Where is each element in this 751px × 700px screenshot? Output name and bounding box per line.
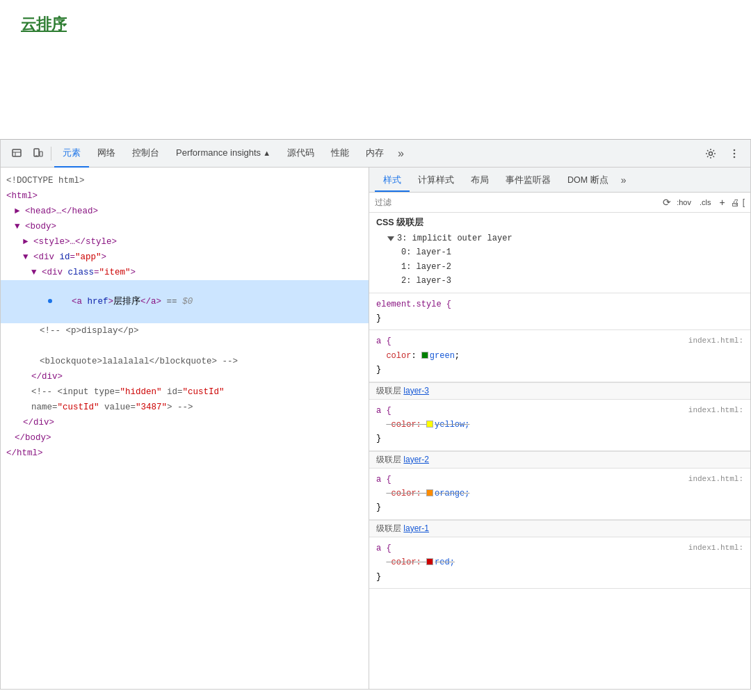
html-line-html: <html> <box>1 188 369 204</box>
filter-new-rule-icon[interactable]: [ <box>743 197 745 207</box>
filter-refresh-icon[interactable]: ⟳ <box>663 197 671 208</box>
html-line-comment3: <!-- <input type="hidden" id="custId" <box>1 384 369 400</box>
html-line-div-app: ▼ <div id="app"> <box>1 250 369 265</box>
tab-console[interactable]: 控制台 <box>124 140 168 168</box>
styles-tab-layout[interactable]: 布局 <box>462 170 497 192</box>
html-line-comment2: <blockquote>lalalalal</blockquote> --> <box>1 354 369 369</box>
expand-icon <box>387 236 394 241</box>
html-line-div-close2: </div> <box>1 415 369 430</box>
html-line-comment4: name="custId" value="3487"> --> <box>1 400 369 415</box>
layer-section-2-header: 级联层 layer-2 <box>369 451 750 469</box>
styles-tab-more[interactable]: » <box>617 172 631 188</box>
css-color-val-green: green <box>430 351 455 361</box>
filter-input[interactable] <box>375 197 659 207</box>
svg-rect-3 <box>34 149 39 156</box>
css-layer1-prop: color: red; <box>386 557 454 567</box>
devtools-toolbar: 元素 网络 控制台 Performance insights ▲ 源代码 性能 … <box>1 140 750 168</box>
layer-1-link[interactable]: layer-1 <box>403 523 429 533</box>
css-color-prop-green: color <box>386 351 411 361</box>
styles-tab-styles[interactable]: 样式 <box>375 170 410 192</box>
css-layer3-close: } <box>376 434 381 443</box>
tab-more-btn[interactable]: » <box>392 147 410 160</box>
styles-tab-event-listeners[interactable]: 事件监听器 <box>497 170 559 192</box>
settings-btn[interactable] <box>700 143 721 164</box>
page-link[interactable]: 云排序 <box>21 15 67 33</box>
css-rule-layer3: index1.html: a { color: yellow; } <box>369 400 750 451</box>
css-element-style-close: } <box>376 314 381 323</box>
styles-tab-dom-breakpoints[interactable]: DOM 断点 <box>559 170 617 192</box>
devtools-body: <!DOCTYPE html> <html> ► <head>…</head> … <box>1 168 750 689</box>
inspector-icon-btn[interactable] <box>6 143 27 164</box>
svg-point-7 <box>734 149 736 151</box>
styles-tabs: 样式 计算样式 布局 事件监听器 DOM 断点 » <box>369 168 750 193</box>
css-source-layer3[interactable]: index1.html: <box>688 404 743 417</box>
device-toggle-btn[interactable] <box>27 143 48 164</box>
html-line-comment1: <!-- <p>display</p> <box>1 323 369 339</box>
css-source-green[interactable]: index1.html: <box>688 334 743 348</box>
html-panel[interactable]: <!DOCTYPE html> <html> ► <head>…</head> … <box>1 168 369 689</box>
filter-actions: ⟳ :hov .cls + 🖨 [ <box>663 195 745 209</box>
css-rule-a-close: } <box>376 365 381 375</box>
css-layer-0-label: 0: layer-1 <box>401 245 451 259</box>
css-layer3-selector: a { <box>376 406 391 416</box>
color-swatch-red[interactable] <box>426 558 433 565</box>
css-layer1-selector: a { <box>376 544 391 553</box>
layer-section-3-header: 级联层 layer-3 <box>369 382 750 400</box>
css-layer-item-outer[interactable]: 3: implicit outer layer <box>387 231 743 245</box>
css-source-layer1[interactable]: index1.html: <box>688 542 743 555</box>
html-line-doctype: <!DOCTYPE html> <box>1 173 369 188</box>
performance-icon: ▲ <box>263 149 270 157</box>
filter-cls-btn[interactable]: .cls <box>697 197 714 208</box>
html-line-blank <box>1 339 369 354</box>
tab-elements[interactable]: 元素 <box>54 140 89 168</box>
css-layer1-close: } <box>376 572 381 582</box>
css-source-layer2[interactable]: index1.html: <box>688 473 743 486</box>
svg-point-6 <box>709 152 713 155</box>
css-a-selector: a { <box>376 336 391 346</box>
css-layer2-prop: color: orange; <box>386 489 469 498</box>
more-options-btn[interactable] <box>724 143 745 164</box>
toolbar-right <box>700 143 745 164</box>
filter-hov-btn[interactable]: :hov <box>674 197 694 208</box>
css-layer3-prop: color: yellow; <box>386 420 469 430</box>
filter-bar: ⟳ :hov .cls + 🖨 [ <box>369 193 750 213</box>
layer-section-1-header: 级联层 layer-1 <box>369 520 750 537</box>
html-line-div-item: ▼ <div class="item"> <box>1 265 369 280</box>
color-swatch-green[interactable] <box>421 352 428 359</box>
layer-3-link[interactable]: layer-3 <box>403 386 429 396</box>
css-rule-a-green: index1.html: a { color: green; } <box>369 330 750 382</box>
page-content: 云排序 <box>0 0 751 139</box>
tab-performance[interactable]: 性能 <box>323 140 357 168</box>
styles-tab-computed[interactable]: 计算样式 <box>410 170 462 192</box>
html-line-head: ► <head>…</head> <box>1 204 369 219</box>
svg-rect-5 <box>40 152 42 156</box>
css-rule-layer2: index1.html: a { color: orange; } <box>369 469 750 520</box>
css-layer-item-1[interactable]: 1: layer-2 <box>387 260 743 274</box>
css-layer-list: 3: implicit outer layer 0: layer-1 1: la… <box>376 231 743 288</box>
layer-2-link[interactable]: layer-2 <box>403 455 429 464</box>
css-layer-item-2[interactable]: 2: layer-3 <box>387 274 743 288</box>
css-element-style-selector: element.style { <box>376 300 451 309</box>
filter-state-icon[interactable]: 🖨 <box>731 197 740 208</box>
color-swatch-orange[interactable] <box>426 489 433 496</box>
css-layer-1-label: 1: layer-2 <box>401 260 451 274</box>
html-line-body-open: ▼ <body> <box>1 219 369 234</box>
tab-memory[interactable]: 内存 <box>357 140 392 168</box>
color-swatch-yellow[interactable] <box>426 421 433 428</box>
css-cascade-section: CSS 级联层 3: implicit outer layer 0: layer… <box>369 213 750 293</box>
tab-network[interactable]: 网络 <box>89 140 124 168</box>
tab-performance-insights[interactable]: Performance insights ▲ <box>168 140 279 168</box>
tab-sources[interactable]: 源代码 <box>279 140 323 168</box>
devtools-panel: 元素 网络 控制台 Performance insights ▲ 源代码 性能 … <box>0 139 751 690</box>
html-line-html-close: </html> <box>1 446 369 461</box>
css-layer-2-label: 2: layer-3 <box>401 274 451 288</box>
html-line-a-href[interactable]: <a href>层排序</a> == $0 <box>1 280 369 323</box>
css-layer-outer-label: 3: implicit outer layer <box>397 231 512 245</box>
css-layer2-selector: a { <box>376 475 391 485</box>
css-layer-item-0[interactable]: 0: layer-1 <box>387 245 743 259</box>
styles-content[interactable]: CSS 级联层 3: implicit outer layer 0: layer… <box>369 213 750 689</box>
css-layer2-close: } <box>376 503 381 512</box>
filter-add-btn[interactable]: + <box>716 195 727 209</box>
css-rule-layer1: index1.html: a { color: red; } <box>369 537 750 589</box>
svg-point-9 <box>734 156 736 158</box>
